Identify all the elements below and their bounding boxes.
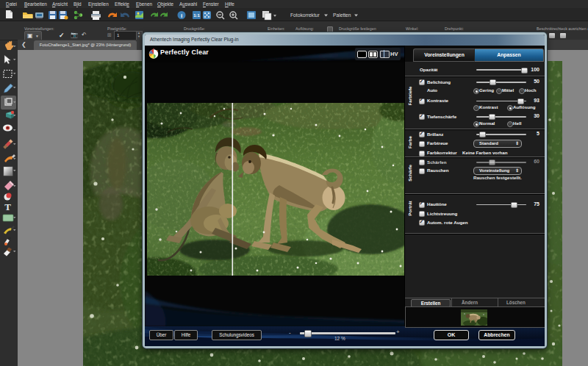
- svg-text:Fotokorrektur: Fotokorrektur: [290, 12, 320, 18]
- svg-text:i: i: [181, 12, 182, 19]
- svg-text:Paletten: Paletten: [333, 12, 351, 18]
- svg-text:HV: HV: [390, 51, 398, 57]
- svg-text:T: T: [4, 201, 11, 212]
- svg-text:1:1: 1:1: [193, 13, 200, 18]
